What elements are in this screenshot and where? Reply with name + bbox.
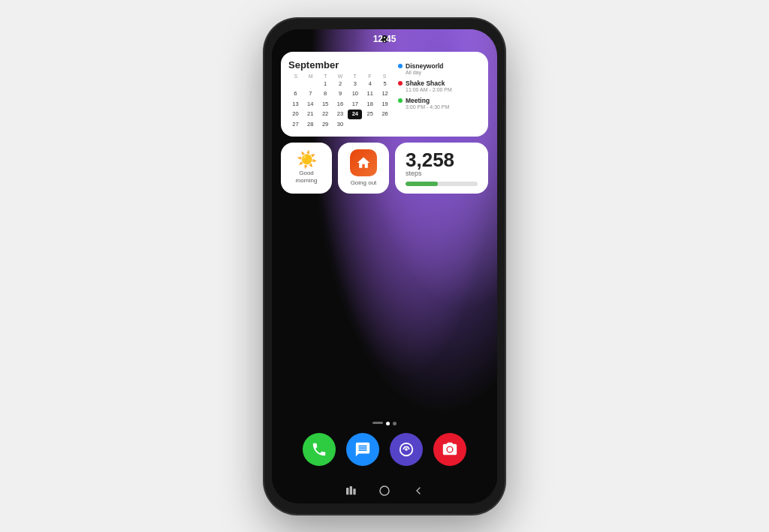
widgets-row: ☀️ Goodmorning Going out 3,258 steps — [281, 143, 488, 194]
cal-day-24[interactable]: 24 — [348, 110, 362, 119]
cal-day-empty — [378, 120, 392, 130]
cal-day-empty — [363, 120, 377, 130]
app-icon-phone[interactable] — [303, 433, 336, 466]
day-name-f: F — [363, 74, 378, 79]
event-title-shakeshack: Shake Shack — [406, 80, 452, 87]
cal-day-9[interactable]: 9 — [333, 89, 348, 99]
calendar-events: Disneyworld All day Shake Shack 11:00 AM… — [398, 59, 481, 130]
nav-home-button[interactable] — [378, 484, 391, 497]
page-indicator-2 — [386, 422, 390, 425]
cal-day-20[interactable]: 20 — [288, 110, 303, 119]
cal-day-22[interactable]: 22 — [318, 110, 333, 119]
app-icon-samsung[interactable] — [390, 433, 423, 466]
cal-day-10[interactable]: 10 — [348, 89, 362, 99]
event-meeting: Meeting 3:00 PM - 4:30 PM — [398, 97, 481, 110]
event-time-meeting: 3:00 PM - 4:30 PM — [406, 104, 449, 110]
event-title-disneyworld: Disneyworld — [406, 62, 444, 70]
steps-progress-fill — [406, 182, 438, 186]
nav-recent-button[interactable] — [345, 485, 357, 497]
calendar-header-row: S M T W T F S — [288, 74, 392, 79]
cal-day-empty — [288, 80, 303, 89]
steps-count: 3,258 — [406, 150, 478, 170]
svg-rect-2 — [346, 488, 348, 494]
cal-day-11[interactable]: 11 — [363, 89, 377, 99]
phone-screen: 12:45 September S M T W T F — [272, 29, 497, 503]
cal-day-16[interactable]: 16 — [333, 100, 348, 110]
sun-icon: ☀️ — [297, 152, 317, 168]
weather-widget[interactable]: ☀️ Goodmorning — [281, 143, 332, 194]
app-icon-camera[interactable] — [433, 433, 466, 466]
calendar-month: September — [288, 59, 392, 71]
cal-day-19[interactable]: 19 — [378, 100, 392, 110]
svg-point-1 — [405, 448, 408, 451]
cal-day-28[interactable]: 28 — [303, 120, 318, 130]
cal-day-26[interactable]: 26 — [378, 110, 392, 119]
steps-widget[interactable]: 3,258 steps — [395, 143, 488, 194]
svg-rect-4 — [353, 488, 355, 494]
status-bar: 12:45 — [272, 29, 497, 46]
event-dot-disneyworld — [398, 64, 403, 68]
steps-label: steps — [406, 170, 478, 177]
cal-day-12[interactable]: 12 — [378, 89, 392, 99]
cal-day-6[interactable]: 6 — [288, 89, 303, 99]
home-mode-label: Going out — [351, 179, 377, 187]
steps-progress-bar — [406, 182, 478, 186]
event-shakeshack: Shake Shack 11:00 AM - 2:00 PM — [398, 80, 481, 92]
cal-day-13[interactable]: 13 — [288, 100, 303, 110]
cal-day-8[interactable]: 8 — [318, 89, 333, 99]
nav-bar — [272, 484, 497, 497]
cal-day-17[interactable]: 17 — [348, 100, 362, 110]
event-disneyworld: Disneyworld All day — [398, 62, 481, 75]
cal-day-empty — [348, 120, 362, 130]
day-name-m: M — [303, 74, 318, 79]
cal-day-7[interactable]: 7 — [303, 89, 318, 99]
event-dot-shakeshack — [398, 81, 403, 86]
page-indicator-3 — [393, 422, 397, 425]
widgets-area: September S M T W T F S 1234567891011121 — [272, 46, 497, 194]
weather-label: Goodmorning — [296, 170, 318, 184]
app-dock — [272, 433, 497, 466]
cal-day-25[interactable]: 25 — [363, 110, 377, 119]
cal-day-15[interactable]: 15 — [318, 100, 333, 110]
cal-day-5[interactable]: 5 — [378, 80, 392, 89]
cal-day-29[interactable]: 29 — [318, 120, 333, 130]
cal-day-1[interactable]: 1 — [318, 80, 333, 89]
cal-day-4[interactable]: 4 — [363, 80, 377, 89]
event-title-meeting: Meeting — [406, 97, 449, 104]
app-icon-messages[interactable] — [346, 433, 379, 466]
calendar-grid: S M T W T F S 12345678910111213141516171… — [288, 74, 392, 130]
cal-day-23[interactable]: 23 — [333, 110, 348, 119]
bottom-area — [272, 422, 497, 466]
page-indicators — [272, 422, 497, 425]
day-name-t1: T — [318, 74, 333, 79]
svg-point-5 — [380, 486, 389, 495]
home-mode-widget[interactable]: Going out — [338, 143, 389, 194]
nav-back-button[interactable] — [412, 485, 424, 497]
svg-rect-3 — [350, 486, 352, 494]
day-name-s1: S — [288, 74, 303, 79]
phone-device: 12:45 September S M T W T F — [264, 19, 505, 514]
cal-day-empty — [303, 80, 318, 89]
calendar-widget[interactable]: September S M T W T F S 1234567891011121 — [281, 52, 488, 137]
cal-day-14[interactable]: 14 — [303, 100, 318, 110]
cal-day-21[interactable]: 21 — [303, 110, 318, 119]
page-indicator-1 — [372, 422, 383, 424]
cal-day-3[interactable]: 3 — [348, 80, 362, 89]
status-time: 12:45 — [373, 34, 397, 44]
event-time-disneyworld: All day — [406, 70, 444, 75]
day-name-t2: T — [348, 74, 363, 79]
cal-day-27[interactable]: 27 — [288, 120, 303, 130]
event-dot-meeting — [398, 98, 403, 103]
day-name-s2: S — [377, 74, 392, 79]
cal-day-2[interactable]: 2 — [333, 80, 348, 89]
event-time-shakeshack: 11:00 AM - 2:00 PM — [406, 87, 452, 92]
home-mode-icon — [350, 149, 377, 176]
day-name-w: W — [333, 74, 348, 79]
calendar-body: 1234567891011121314151617181920212223242… — [288, 80, 392, 130]
calendar-left: September S M T W T F S 1234567891011121 — [288, 59, 392, 130]
cal-day-30[interactable]: 30 — [333, 120, 348, 130]
cal-day-18[interactable]: 18 — [363, 100, 377, 110]
